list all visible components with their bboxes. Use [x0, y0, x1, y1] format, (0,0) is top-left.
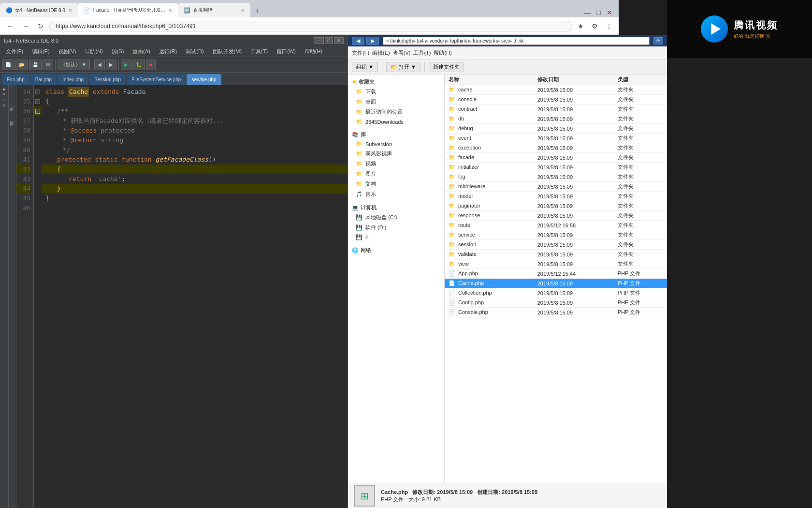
explorer-menu-file[interactable]: 文件(F)	[352, 49, 369, 57]
forward-button[interactable]: →	[19, 21, 32, 31]
menu-debug[interactable]: 调试(D)	[182, 47, 207, 56]
sidebar-recent[interactable]: 📁 最近访问的位置	[348, 107, 444, 117]
bookmark-button[interactable]: ★	[575, 21, 586, 31]
table-row[interactable]: 📁log2019/5/8 15:09文件夹	[445, 172, 667, 182]
menu-navigate[interactable]: 导航(N)	[81, 47, 106, 56]
toolbar-dropdown[interactable]: 《默认》 ▼	[58, 60, 90, 70]
menu-edit[interactable]: 编辑(E)	[28, 47, 54, 56]
tab-index[interactable]: Index.php	[58, 74, 88, 85]
table-row[interactable]: 📁model2019/5/8 15:09文件夹	[445, 192, 667, 201]
sidebar-drive-f[interactable]: 💾 F	[348, 233, 444, 242]
organize-btn[interactable]: 组织 ▼	[352, 62, 378, 72]
explorer-menu-help[interactable]: 帮助(H)	[434, 49, 451, 57]
fold-36[interactable]: −	[35, 99, 40, 104]
toolbar-btn-stop[interactable]: ■	[146, 60, 156, 70]
col-name[interactable]: 名称	[445, 75, 534, 85]
new-folder-btn[interactable]: 新建文件夹	[429, 62, 464, 72]
code-editor[interactable]: class Cache extends Facade { /** * 获取当前F…	[42, 85, 348, 508]
tab-filesystem[interactable]: FileSystemService.php	[127, 74, 186, 85]
table-row[interactable]: 📁service2019/5/8 15:09文件夹	[445, 230, 667, 240]
col-date[interactable]: 修改日期	[534, 75, 614, 85]
toolbar-btn-forward[interactable]: ▶	[106, 60, 116, 70]
sidebar-drive-c[interactable]: 💾 本地磁盘 (C:)	[348, 212, 444, 223]
toolbar-btn-new[interactable]: 📄	[2, 60, 14, 70]
table-row[interactable]: 📁exception2019/5/8 15:09文件夹	[445, 143, 667, 153]
sidebar-download[interactable]: 📁 下载	[348, 87, 444, 97]
tab-close-3[interactable]: ✕	[241, 8, 245, 13]
toolbar-btn-save[interactable]: 💾	[29, 60, 42, 70]
sidebar-music[interactable]: 🎵 音乐	[348, 189, 444, 199]
browser-tab-3[interactable]: 🔤 百度翻译 ✕	[178, 3, 250, 17]
ide-minimize[interactable]: —	[314, 37, 324, 44]
browser-tab-1[interactable]: 🔵 tp4 - NetBeans IDE 8.0 ✕	[0, 3, 78, 17]
window-close[interactable]: ✕	[604, 8, 615, 17]
table-row[interactable]: 📁validate2019/5/8 15:09文件夹	[445, 250, 667, 259]
menu-button[interactable]: ⋮	[603, 21, 615, 31]
menu-source[interactable]: 源(S)	[108, 47, 128, 56]
table-row[interactable]: 📄App.php2019/5/12 15:44PHP 文件	[445, 269, 667, 279]
sidebar-2345[interactable]: 📁 2345Downloads	[348, 117, 444, 126]
col-type[interactable]: 类型	[614, 75, 667, 85]
table-row[interactable]: 📁console2019/5/8 15:09文件夹	[445, 95, 667, 105]
open-btn[interactable]: 📂 打开 ▼	[386, 62, 420, 72]
browser-tab-2[interactable]: 📄 Facade · ThinkPHP6.0完全开发... ✕	[78, 3, 178, 17]
sidebar-baofeng[interactable]: 📁 暴风影视库	[348, 149, 444, 159]
toolbar-btn-saveall[interactable]: ⊞	[43, 60, 53, 70]
tab-foo[interactable]: Foo.php	[2, 74, 29, 85]
address-bar-input[interactable]	[49, 21, 572, 31]
table-row[interactable]: 📁session2019/5/8 15:09文件夹	[445, 240, 667, 250]
sidebar-doc[interactable]: 📁 文档	[348, 179, 444, 189]
table-row[interactable]: 📁view2019/5/8 15:09文件夹	[445, 259, 667, 269]
table-row[interactable]: 📁event2019/5/8 15:09文件夹	[445, 134, 667, 143]
tab-close-2[interactable]: ✕	[168, 8, 172, 13]
table-row[interactable]: 📁facade2019/5/8 15:09文件夹	[445, 153, 667, 163]
toolbar-btn-open[interactable]: 📂	[15, 60, 28, 70]
fold-42[interactable]: −	[35, 109, 40, 114]
explorer-forward[interactable]: ▶	[366, 37, 379, 45]
table-row[interactable]: 📄Cache.php2019/5/8 15:09PHP 文件	[445, 279, 667, 288]
ide-close[interactable]: ✕	[334, 37, 344, 44]
menu-run[interactable]: 运行(R)	[155, 47, 181, 56]
window-maximize[interactable]: □	[594, 8, 603, 17]
sidebar-drive-d[interactable]: 💾 软件 (D:)	[348, 223, 444, 233]
explorer-menu-view[interactable]: 查看(V)	[393, 49, 411, 57]
window-minimize[interactable]: —	[582, 8, 594, 17]
menu-window[interactable]: 窗口(W)	[273, 47, 300, 56]
toolbar-btn-run[interactable]: ▶	[121, 60, 131, 70]
table-row[interactable]: 📁contract2019/5/8 15:09文件夹	[445, 105, 667, 114]
table-row[interactable]: 📄Config.php2019/5/8 15:09PHP 文件	[445, 298, 667, 308]
menu-file[interactable]: 文件(F)	[2, 47, 27, 56]
menu-team[interactable]: 团队开发(M)	[209, 47, 246, 56]
table-row[interactable]: 📄Console.php2019/5/8 15:09PHP 文件	[445, 308, 667, 317]
explorer-refresh[interactable]: ⟳	[653, 37, 663, 45]
table-row[interactable]: 📁initializer2019/5/8 15:09文件夹	[445, 163, 667, 172]
sidebar-desktop[interactable]: 📁 桌面	[348, 97, 444, 107]
menu-view[interactable]: 视图(V)	[55, 47, 80, 56]
table-row[interactable]: 📁paginator2019/5/8 15:09文件夹	[445, 201, 667, 211]
table-row[interactable]: 📁response2019/5/8 15:09文件夹	[445, 211, 667, 221]
sidebar-video[interactable]: 📁 视频	[348, 159, 444, 169]
menu-tools[interactable]: 工具(T)	[246, 47, 272, 56]
table-row[interactable]: 📄Collection.php2019/5/8 15:09PHP 文件	[445, 288, 667, 298]
sidebar-subversion[interactable]: 📁 Subversion	[348, 139, 444, 149]
table-row[interactable]: 📁cache2019/5/8 15:09文件夹	[445, 85, 667, 95]
menu-help[interactable]: 帮助(H)	[301, 47, 326, 56]
table-row[interactable]: 📁debug2019/5/8 15:09文件夹	[445, 124, 667, 134]
fold-35[interactable]: −	[35, 90, 40, 94]
toolbar-btn-back[interactable]: ◀	[94, 60, 105, 70]
tab-service[interactable]: service.php	[187, 74, 221, 85]
tab-session[interactable]: Session.php	[89, 74, 126, 85]
tab-close-1[interactable]: ✕	[68, 8, 72, 13]
menu-refactor[interactable]: 重构(A)	[129, 47, 154, 56]
extensions-button[interactable]: ⚙	[589, 21, 600, 31]
explorer-menu-edit[interactable]: 编辑(E)	[372, 49, 390, 57]
explorer-menu-tools[interactable]: 工具(T)	[413, 49, 431, 57]
ide-maximize[interactable]: □	[325, 37, 333, 44]
sidebar-image[interactable]: 📁 图片	[348, 169, 444, 179]
table-row[interactable]: 📁route2019/5/12 16:58文件夹	[445, 221, 667, 230]
new-tab-button[interactable]: +	[250, 5, 264, 17]
back-button[interactable]: ←	[4, 21, 16, 31]
table-row[interactable]: 📁db2019/5/8 15:09文件夹	[445, 114, 667, 124]
refresh-button[interactable]: ↻	[35, 21, 46, 31]
explorer-back[interactable]: ◀	[352, 37, 364, 45]
